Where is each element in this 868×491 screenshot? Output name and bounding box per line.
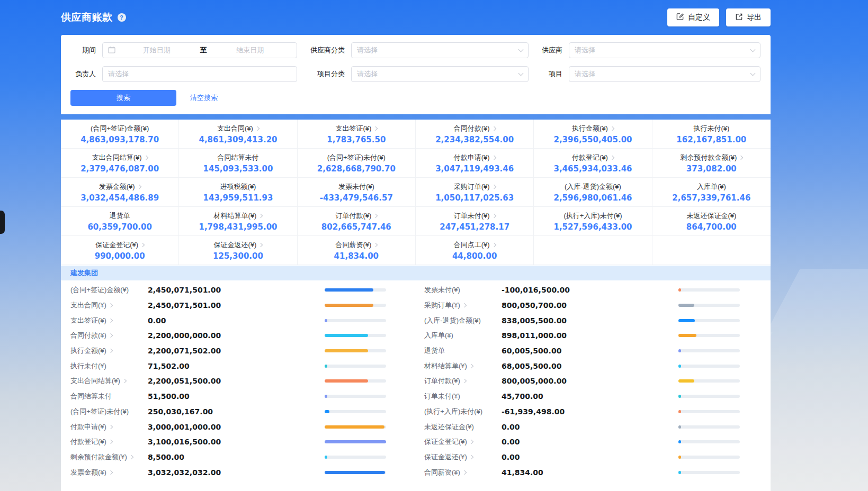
metric-label: 发票金额(¥) bbox=[99, 182, 135, 192]
metric-value: 145,093,533.00 bbox=[203, 164, 273, 174]
summary-cell[interactable]: 保证金返还(¥)125,300.00 bbox=[179, 236, 297, 265]
chevron-right-icon[interactable] bbox=[462, 379, 467, 383]
chevron-right-icon[interactable] bbox=[739, 155, 743, 159]
metric-label[interactable]: 订单付款(¥) bbox=[424, 376, 502, 386]
metric-label: 订单未付(¥) bbox=[424, 392, 502, 401]
chevron-right-icon[interactable] bbox=[491, 213, 496, 217]
chevron-right-icon[interactable] bbox=[109, 318, 113, 322]
summary-cell[interactable]: 合同点工(¥)44,800.00 bbox=[416, 236, 534, 265]
chevron-right-icon[interactable] bbox=[255, 126, 259, 130]
summary-cell[interactable]: 剩余预付款金额(¥)373,082.00 bbox=[652, 149, 771, 178]
metric-label[interactable]: 保证金登记(¥) bbox=[424, 437, 502, 447]
company-name-link[interactable]: 建发集团 bbox=[70, 268, 98, 278]
supplier-select[interactable]: 请选择 bbox=[569, 42, 760, 58]
metric-value: 41,834.00 bbox=[334, 251, 379, 261]
chevron-right-icon[interactable] bbox=[122, 379, 127, 383]
chevron-right-icon[interactable] bbox=[462, 470, 467, 474]
company-metric-row: 订单未付(¥)45,700.00 bbox=[424, 389, 740, 404]
chevron-right-icon[interactable] bbox=[109, 440, 113, 444]
progress-bar-track bbox=[325, 471, 386, 474]
start-date-input[interactable]: 开始日期 bbox=[115, 46, 198, 55]
supplier-category-select[interactable]: 请选择 bbox=[351, 42, 529, 58]
project-select[interactable]: 请选择 bbox=[569, 66, 760, 82]
metric-label[interactable]: 保证金返还(¥) bbox=[424, 452, 502, 462]
progress-bar-fill bbox=[678, 349, 681, 352]
metric-label[interactable]: 采购订单(¥) bbox=[424, 301, 502, 310]
progress-bar-track bbox=[678, 334, 740, 337]
chevron-right-icon[interactable] bbox=[109, 349, 113, 353]
export-icon bbox=[735, 13, 743, 22]
metric-label: (合同+签证)金额(¥) bbox=[91, 124, 149, 133]
chevron-right-icon[interactable] bbox=[462, 303, 467, 307]
metric-label: 合同薪资(¥) bbox=[335, 240, 371, 250]
chevron-right-icon[interactable] bbox=[129, 455, 133, 459]
metric-label[interactable]: 支出合同结算(¥) bbox=[70, 376, 148, 386]
end-date-input[interactable]: 结束日期 bbox=[209, 46, 292, 55]
summary-cell[interactable]: 支出合同(¥)4,861,309,413.20 bbox=[179, 120, 297, 149]
metric-value: 802,665,747.46 bbox=[321, 222, 391, 232]
summary-cell[interactable]: 合同付款(¥)2,234,382,554.00 bbox=[416, 120, 534, 149]
customize-button[interactable]: 自定义 bbox=[667, 8, 719, 26]
summary-cell[interactable]: 发票金额(¥)3,032,454,486.89 bbox=[61, 178, 179, 207]
chevron-right-icon[interactable] bbox=[144, 155, 148, 159]
chevron-right-icon[interactable] bbox=[137, 184, 141, 188]
metric-label: 合同点工(¥) bbox=[454, 240, 490, 250]
side-drawer-handle[interactable] bbox=[0, 211, 5, 234]
chevron-right-icon[interactable] bbox=[109, 333, 113, 338]
chevron-right-icon[interactable] bbox=[469, 364, 473, 368]
search-button[interactable]: 搜索 bbox=[70, 90, 176, 106]
chevron-right-icon[interactable] bbox=[610, 126, 614, 130]
progress-bar-fill bbox=[325, 334, 368, 337]
chevron-right-icon[interactable] bbox=[258, 242, 263, 247]
summary-cell[interactable]: 保证金登记(¥)990,000.00 bbox=[61, 236, 179, 265]
project-category-select[interactable]: 请选择 bbox=[351, 66, 529, 82]
owner-select[interactable]: 请选择 bbox=[102, 66, 297, 82]
summary-cell[interactable]: 付款登记(¥)3,465,934,033.46 bbox=[534, 149, 652, 178]
date-range-picker[interactable]: 开始日期 至 结束日期 bbox=[102, 42, 297, 58]
summary-cell[interactable]: 材料结算单(¥)1,798,431,995.00 bbox=[179, 207, 297, 236]
chevron-right-icon[interactable] bbox=[109, 470, 113, 474]
summary-cell[interactable]: 采购订单(¥)1,050,117,025.63 bbox=[416, 178, 534, 207]
summary-cell[interactable]: 执行金额(¥)2,396,550,405.00 bbox=[534, 120, 652, 149]
metric-label[interactable]: 付款登记(¥) bbox=[70, 437, 148, 447]
company-metric-row: 采购订单(¥)800,050,700.00 bbox=[424, 298, 740, 313]
metric-label[interactable]: 执行金额(¥) bbox=[70, 346, 148, 356]
chevron-right-icon[interactable] bbox=[610, 155, 614, 159]
help-icon[interactable]: ? bbox=[118, 13, 126, 22]
chevron-right-icon[interactable] bbox=[140, 242, 145, 247]
summary-cell[interactable]: 订单付款(¥)802,665,747.46 bbox=[298, 207, 416, 236]
metric-label[interactable]: 材料结算单(¥) bbox=[424, 361, 502, 371]
chevron-right-icon[interactable] bbox=[491, 155, 496, 159]
chevron-right-icon[interactable] bbox=[258, 213, 263, 217]
chevron-right-icon[interactable] bbox=[373, 126, 378, 130]
export-button[interactable]: 导出 bbox=[726, 8, 771, 26]
chevron-right-icon[interactable] bbox=[109, 303, 113, 307]
chevron-right-icon[interactable] bbox=[491, 126, 496, 130]
chevron-right-icon[interactable] bbox=[469, 455, 473, 459]
metric-label[interactable]: 发票金额(¥) bbox=[70, 468, 148, 477]
summary-cell[interactable]: 支出签证(¥)1,783,765.50 bbox=[298, 120, 416, 149]
summary-cell[interactable]: 合同薪资(¥)41,834.00 bbox=[298, 236, 416, 265]
metric-label-text: (入库-退货)金额(¥) bbox=[424, 316, 481, 325]
metric-label[interactable]: 支出签证(¥) bbox=[70, 316, 148, 325]
chevron-right-icon[interactable] bbox=[469, 440, 473, 444]
chevron-right-icon[interactable] bbox=[373, 213, 378, 217]
summary-cell: (合同+签证)未付(¥)2,628,668,790.70 bbox=[298, 149, 416, 178]
metric-value: 2,234,382,554.00 bbox=[435, 135, 514, 144]
metric-label[interactable]: 剩余预付款金额(¥) bbox=[70, 452, 148, 462]
chevron-right-icon[interactable] bbox=[491, 242, 496, 247]
chevron-right-icon[interactable] bbox=[109, 424, 113, 429]
progress-bar-fill bbox=[678, 304, 694, 307]
metric-label: 付款申请(¥) bbox=[454, 153, 490, 162]
metric-value: 800,050,700.00 bbox=[502, 301, 678, 310]
chevron-right-icon[interactable] bbox=[491, 184, 496, 188]
metric-label[interactable]: 支出合同(¥) bbox=[70, 301, 148, 310]
metric-label[interactable]: 合同付款(¥) bbox=[70, 331, 148, 340]
clear-search-link[interactable]: 清空搜索 bbox=[190, 93, 218, 103]
metric-label[interactable]: 付款申请(¥) bbox=[70, 422, 148, 432]
summary-cell[interactable]: 支出合同结算(¥)2,379,476,087.00 bbox=[61, 149, 179, 178]
chevron-right-icon[interactable] bbox=[373, 242, 378, 247]
metric-label[interactable]: 合同薪资(¥) bbox=[424, 468, 502, 477]
summary-cell[interactable]: 订单未付(¥)247,451,278.17 bbox=[416, 207, 534, 236]
summary-cell[interactable]: 付款申请(¥)3,047,119,493.46 bbox=[416, 149, 534, 178]
